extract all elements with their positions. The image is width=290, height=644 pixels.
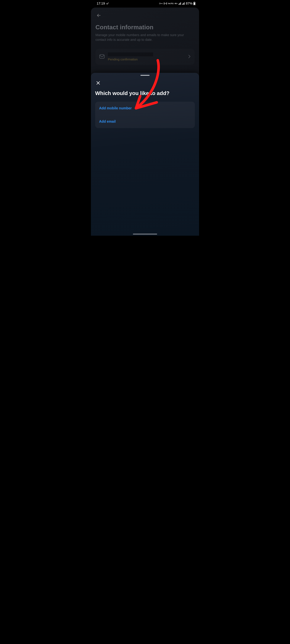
add-contact-sheet: Which would you like to add? Add mobile …: [91, 73, 199, 236]
status-time: 17:19: [97, 2, 105, 6]
svg-rect-6: [182, 4, 182, 5]
back-button[interactable]: [96, 12, 102, 19]
svg-rect-7: [183, 3, 183, 5]
status-battery-pct: 87%: [186, 2, 192, 6]
contact-page-content-dimmed: Contact information Manage your mobile n…: [96, 12, 194, 65]
svg-rect-8: [184, 3, 184, 5]
network-type-1: VoLTE1: [168, 3, 174, 4]
close-icon: [96, 81, 100, 85]
signal-icon-1: [178, 2, 181, 5]
sheet-title: Which would you like to add?: [95, 90, 195, 96]
svg-point-1: [165, 3, 166, 4]
option-add-mobile[interactable]: Add mobile number: [95, 102, 195, 115]
device-frame: 17:19 VoLTE1 4G+ 87%: [90, 0, 200, 236]
svg-point-0: [159, 3, 160, 4]
option-add-email[interactable]: Add email: [95, 115, 195, 128]
page-subtitle: Manage your mobile numbers and emails to…: [96, 33, 194, 42]
arrow-left-icon: [96, 13, 101, 18]
hotspot-icon: [164, 2, 167, 5]
contact-item[interactable]: Pending confirmation: [96, 49, 194, 65]
signal-icon-2: [182, 2, 185, 5]
svg-rect-12: [194, 2, 195, 5]
chevron-right-icon: [188, 55, 190, 59]
close-button[interactable]: [95, 80, 101, 86]
svg-rect-4: [180, 3, 180, 5]
status-right: VoLTE1 4G+ 87%: [159, 2, 196, 6]
svg-rect-14: [100, 54, 104, 58]
sheet-options: Add mobile number Add email: [95, 102, 195, 128]
key-icon: [159, 2, 163, 5]
contact-email-redacted: [108, 52, 153, 56]
contact-status: Pending confirmation: [108, 58, 138, 61]
nav-handle[interactable]: [133, 234, 157, 234]
contact-page: Contact information Manage your mobile n…: [91, 8, 199, 236]
network-type-2: 4G+: [174, 3, 178, 4]
svg-rect-9: [184, 2, 184, 5]
page-title: Contact information: [96, 24, 194, 31]
contact-item-body: Pending confirmation: [108, 52, 185, 61]
mail-icon: [100, 54, 104, 59]
svg-rect-5: [180, 2, 181, 5]
checkmark-icon: [106, 2, 109, 5]
status-bar: 17:19 VoLTE1 4G+ 87%: [90, 0, 200, 6]
status-left: 17:19: [97, 2, 109, 6]
svg-rect-3: [179, 3, 180, 5]
svg-rect-2: [178, 4, 179, 5]
battery-icon: [193, 2, 196, 5]
sheet-grabber[interactable]: [140, 75, 150, 76]
